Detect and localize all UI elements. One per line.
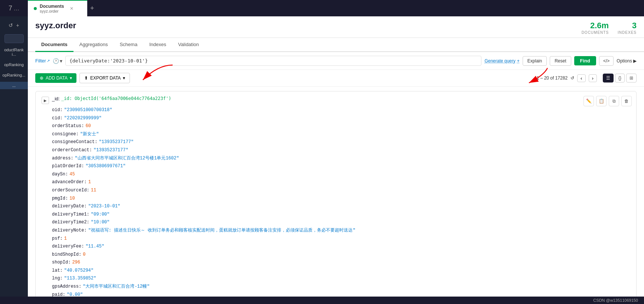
refresh-pagination-icon[interactable]: ↺ [571, 75, 574, 81]
doc-field-line: shopId: 296 [52, 259, 630, 267]
doc-field-line: bindShopId: 0 [52, 251, 630, 259]
field-value: 1 [64, 235, 67, 243]
field-value: "山西省大同市平城区和汇百合湾12号楼1单元1602" [75, 155, 179, 163]
tab-aggregations[interactable]: Aggregations [73, 38, 114, 52]
view-buttons: ☰ {} ⊞ [603, 74, 637, 83]
tab-collection: Documents [40, 4, 64, 9]
doc-field-line: deliveryNote: "祝福语写: 描述生日快乐～ 收到订单务必和顾客核实… [52, 227, 630, 235]
more-icon[interactable]: ... [14, 4, 19, 12]
field-value: 11 [91, 187, 96, 195]
sidebar-item-3[interactable]: opRanking... [0, 71, 28, 79]
field-key: deliveryFee: [52, 243, 84, 251]
document-area: ✏️ 📋 ⧉ 🗑 ▶ _id: _id: ObjectId('64f6aa700… [28, 87, 644, 297]
add-tab-btn[interactable]: + [90, 4, 94, 12]
doc-expand-btn[interactable]: ▶ [42, 97, 49, 104]
collection-tabs: Documents Aggregations Schema Indexes Va… [28, 38, 644, 52]
field-value: "2309051000700318" [64, 106, 112, 114]
view-json-btn[interactable]: {} [615, 74, 625, 83]
field-key: psf: [52, 235, 63, 243]
doc-field-line: deliveryTime1: "09:00" [52, 211, 630, 219]
logo-number: 7 [9, 4, 12, 12]
filter-link[interactable]: Filter [35, 58, 50, 64]
view-list-btn[interactable]: ☰ [603, 74, 614, 83]
doc-field-line: lng: "113.359852" [52, 275, 630, 283]
field-key: deliveryDate: [52, 203, 87, 211]
edit-doc-btn[interactable]: ✏️ [583, 96, 594, 106]
field-key: gpsAddress: [52, 283, 81, 291]
doc-field-line: address: "山西省大同市平城区和汇百合湾12号楼1单元1602" [52, 155, 630, 163]
plus-icon: ⊕ [40, 75, 43, 81]
field-value: "09:00" [91, 211, 109, 219]
doc-field-line: lat: "40.075294" [52, 267, 630, 275]
field-value: "0.00" [67, 291, 83, 297]
doc-field-line: psf: 1 [52, 235, 630, 243]
sidebar-search-input[interactable] [4, 34, 24, 43]
delete-doc-btn[interactable]: 🗑 [621, 96, 632, 106]
doc-fields: oid: "2309051000700318"cid: "22020299999… [42, 106, 630, 297]
tab-close-btn[interactable]: ✕ [70, 6, 73, 11]
document-card: ✏️ 📋 ⧉ 🗑 ▶ _id: _id: ObjectId('64f6aa700… [35, 91, 637, 297]
filter-wrapper: Filter 🕐 ▾ Generate query + Explain Rese… [28, 52, 644, 70]
field-key: bindShopId: [52, 251, 81, 259]
next-page-btn[interactable]: › [589, 74, 597, 82]
active-tab[interactable]: Documents syyz.order ✕ [28, 0, 87, 16]
field-value: "113.359852" [64, 275, 96, 283]
field-key: lat: [52, 267, 63, 275]
field-value: "大同市平城区和汇百合湾-12幢" [83, 283, 150, 291]
indexes-label: INDEXES [618, 30, 637, 35]
tab-dot [34, 7, 37, 10]
stat-indexes: 3 INDEXES [618, 21, 637, 35]
field-value: "13935237177" [99, 138, 134, 146]
tab-title: Documents syyz.order [40, 4, 64, 13]
header-stats: 2.6m DOCUMENTS 3 INDEXES [582, 21, 637, 38]
field-value: "祝福语写: 描述生日快乐～ 收到订单务必和顾客核实配送时间，蛋糕就放订单请按顾… [88, 227, 356, 235]
documents-value: 2.6m [582, 21, 609, 30]
export-data-btn[interactable]: ⬆ EXPORT DATA ▾ [79, 73, 130, 83]
tab-documents[interactable]: Documents [35, 38, 73, 52]
export-chevron-icon: ▾ [123, 75, 125, 81]
sidebar-item-2[interactable]: opRanking [0, 61, 28, 68]
field-key: deliveryTime2: [52, 219, 89, 227]
explain-btn[interactable]: Explain [523, 56, 547, 66]
clone-doc-btn[interactable]: ⧉ [609, 96, 619, 106]
sidebar-controls: ↺ + [7, 21, 20, 30]
field-value: 1 [88, 178, 91, 187]
reset-btn[interactable]: Reset [550, 56, 571, 66]
filter-history-btn[interactable]: 🕐 ▾ [53, 58, 62, 64]
code-btn[interactable]: </> [599, 56, 614, 66]
refresh-icon[interactable]: ↺ [9, 22, 13, 28]
field-key: deliveryNote: [52, 227, 87, 235]
find-btn[interactable]: Find [574, 56, 596, 65]
prev-page-btn[interactable]: ‹ [577, 74, 585, 82]
field-value: "11.45" [85, 243, 104, 251]
stat-documents: 2.6m DOCUMENTS [582, 21, 609, 35]
doc-header: ▶ _id: _id: ObjectId('64f6aa7006e044c776… [42, 96, 630, 104]
field-key: daySn: [52, 171, 68, 179]
add-icon[interactable]: + [16, 22, 19, 28]
doc-field-line: gpsAddress: "大同市平城区和汇百合湾-12幢" [52, 283, 630, 291]
tab-schema[interactable]: Schema [114, 38, 143, 52]
doc-field-line: platOrderId: "3053806997671" [52, 162, 630, 171]
sidebar-item-4[interactable]: ... [0, 82, 28, 89]
field-key: platOrderId: [52, 162, 84, 171]
doc-field-line: cid: "220202999999" [52, 114, 630, 123]
doc-field-line: oid: "2309051000700318" [52, 106, 630, 114]
view-table-btn[interactable]: ⊞ [626, 74, 637, 83]
field-key: orderStatus: [52, 122, 84, 130]
filter-input[interactable] [65, 56, 481, 66]
field-key: consignee: [52, 130, 79, 139]
collection-title: syyz.order [35, 21, 76, 33]
content-header: syyz.order 2.6m DOCUMENTS 3 INDEXES [28, 16, 644, 38]
field-key: deliveryTime1: [52, 211, 89, 219]
documents-label: DOCUMENTS [582, 30, 609, 35]
copy-doc-btn[interactable]: 📋 [596, 96, 607, 106]
field-value: "3053806997671" [85, 162, 125, 171]
tab-validation[interactable]: Validation [172, 38, 205, 52]
field-value: "40.075294" [64, 267, 94, 275]
field-key: address: [52, 155, 73, 163]
options-btn[interactable]: Options ▶ [617, 58, 637, 64]
tab-indexes[interactable]: Indexes [143, 38, 172, 52]
add-data-btn[interactable]: ⊕ ADD DATA ▾ [35, 73, 76, 83]
sidebar-item-1[interactable]: oductRanki... [0, 46, 28, 58]
generate-query-btn[interactable]: Generate query + [484, 58, 519, 64]
